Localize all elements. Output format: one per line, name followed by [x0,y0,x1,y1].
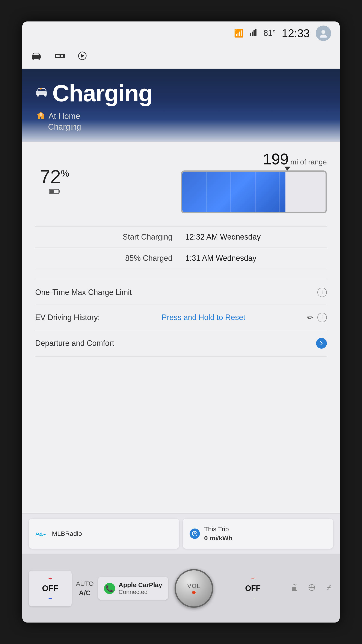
volume-knob[interactable]: VOL [175,569,213,608]
ev-history-info-icon[interactable]: i [317,313,327,322]
sxm-station-name: MLBRadio [52,529,82,538]
options-section: One-Time Max Charge Limit i EV Driving H… [35,280,327,356]
carplay-status: Connected [119,588,162,596]
user-avatar[interactable] [316,26,331,41]
ac-label[interactable]: A/C [79,589,91,597]
option-row-departure[interactable]: Departure and Comfort [35,330,327,356]
phone-icon: 📞 [104,583,115,594]
charged-percent-label: 85% Charged [35,248,181,269]
charged-percent-value: 1:31 AM Wednesday [181,248,327,269]
auto-label: AUTO [76,580,94,587]
svg-rect-21 [59,190,60,192]
svg-rect-0 [250,33,251,36]
right-temp-minus[interactable]: − [251,595,255,602]
departure-label: Departure and Comfort [35,339,114,348]
svg-point-15 [37,94,39,96]
nav-bar [22,45,340,69]
home-charging-icon [36,111,45,122]
sxm-logo: SXM [35,530,48,538]
left-temp-off: OFF [42,584,58,593]
left-temp-minus[interactable]: − [48,595,52,602]
svg-rect-26 [292,590,297,591]
carplay-title: Apple CarPlay [119,581,162,588]
apple-carplay-card[interactable]: 📞 Apple CarPlay Connected [98,577,168,600]
svg-point-11 [61,55,63,57]
svg-rect-2 [254,30,255,36]
ev-history-label: EV Driving History: [35,313,100,322]
svg-point-28 [311,587,313,588]
trip-widget[interactable]: This Trip 0 mi/kWh [183,519,333,549]
charge-indicator [284,166,290,171]
charge-limit-info-icon[interactable]: i [317,288,327,297]
start-charging-label: Start Charging [35,226,181,248]
seat-heat-icon[interactable] [290,583,299,594]
svg-rect-3 [255,29,257,36]
vol-label: VOL [187,582,201,590]
edit-icon[interactable]: ✏ [307,313,313,322]
left-temp-plus[interactable]: + [48,575,52,582]
nav-play-icon[interactable] [78,52,87,62]
right-temp-plus[interactable]: + [251,575,255,582]
svg-marker-13 [81,54,84,58]
battery-section: 72% 199 mi of range [35,150,327,214]
trip-label: This Trip [204,525,233,534]
page-title: Charging [52,80,152,107]
left-hvac-card[interactable]: + OFF − [29,570,72,606]
svg-point-7 [32,58,34,60]
bottom-icons-row [290,583,333,594]
battery-graphic [181,170,327,214]
svg-rect-25 [292,587,296,590]
signal-icon [250,28,257,38]
range-display: 199 mi of range [263,150,327,168]
svg-point-5 [320,34,327,38]
svg-rect-22 [50,190,54,193]
clock-display: 12:33 [282,27,310,40]
charging-header: Charging At Home Charging [22,69,340,142]
charging-location-line2: Charging [48,122,81,132]
option-row-charge-limit: One-Time Max Charge Limit i [35,280,327,305]
bottom-controls: + OFF − AUTO A/C 📞 Apple CarPlay Connect… [22,554,340,622]
widget-area: SXM MLBRadio This Trip 0 mi/kWh [22,513,340,554]
screen: 📶 81° 12:33 [22,22,340,622]
svg-point-16 [44,94,46,96]
charging-info-grid: Start Charging 12:32 AM Wednesday 85% Ch… [35,226,327,269]
svg-rect-1 [252,32,253,36]
sxm-radio-widget[interactable]: SXM MLBRadio [29,519,179,549]
wifi-icon: 📶 [234,29,244,38]
charge-limit-label: One-Time Max Charge Limit [35,288,132,297]
option-row-ev-history: EV Driving History: Press and Hold to Re… [35,305,327,330]
battery-percent-display: 72% [40,167,69,186]
charging-location-line1: At Home [48,112,80,121]
temperature-display: 81° [263,28,276,38]
ev-history-link[interactable]: Press and Hold to Reset [162,313,245,322]
trip-efficiency: 0 mi/kWh [204,534,233,542]
svg-rect-10 [56,55,60,57]
charging-car-icon [35,87,48,100]
fan-icon[interactable] [325,583,333,594]
battery-small-icon [49,188,60,196]
status-bar: 📶 81° 12:33 [22,22,340,45]
svg-rect-19 [40,113,42,116]
steering-heat-icon[interactable] [308,583,316,594]
svg-point-32 [328,587,330,588]
nav-media-icon[interactable] [54,52,65,62]
nav-car-icon[interactable] [31,52,42,62]
start-charging-value: 12:32 AM Wednesday [181,226,327,248]
svg-point-4 [322,30,325,34]
svg-point-8 [38,58,40,60]
right-temp-off: OFF [245,584,261,593]
main-content: 72% 199 mi of range [22,142,340,513]
